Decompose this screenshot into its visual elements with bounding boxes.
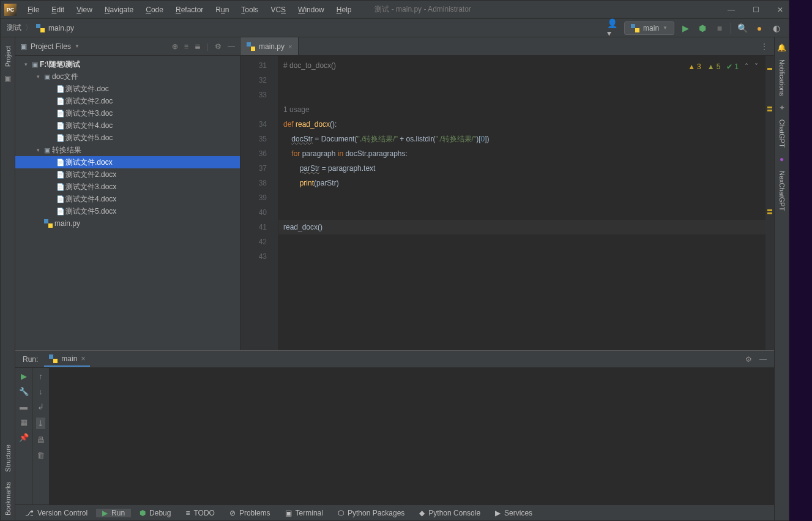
menu-run[interactable]: Run — [210, 3, 234, 17]
settings-icon[interactable]: ⚙ — [215, 42, 222, 51]
editor-options-icon[interactable]: ⋮ — [754, 42, 774, 51]
menu-help[interactable]: Help — [332, 3, 357, 17]
settings-icon[interactable]: ⚙ — [745, 355, 752, 364]
tree-node[interactable]: ▾▣转换结果 — [15, 144, 240, 156]
menu-window[interactable]: Window — [293, 3, 329, 17]
package-icon: ⬡ — [338, 509, 344, 517]
hide-button[interactable]: — — [228, 42, 235, 51]
bookmarks-tool-button[interactable]: Bookmarks — [4, 477, 12, 520]
tree-node[interactable]: 📄测试文件2.doc — [15, 95, 240, 107]
error-stripe[interactable] — [765, 56, 774, 350]
search-button[interactable]: 🔍 — [736, 22, 748, 34]
tree-node[interactable]: 📄测试文件.doc — [15, 83, 240, 95]
gutter[interactable]: 31323334353637383940414243 — [240, 56, 278, 350]
tree-node[interactable]: ▾▣doc文件 — [15, 70, 240, 83]
editor-tab-main[interactable]: main.py × — [240, 37, 299, 55]
menu-navigate[interactable]: Navigate — [100, 3, 138, 17]
maximize-button[interactable]: ☐ — [751, 6, 761, 14]
menu-file[interactable]: File — [23, 3, 44, 17]
menu-refactor[interactable]: Refactor — [171, 3, 208, 17]
menu-vcs[interactable]: VCS — [266, 3, 291, 17]
up-icon[interactable]: ↑ — [39, 372, 43, 381]
wrench-icon[interactable]: 🔧 — [19, 387, 29, 396]
tree-node[interactable]: 📄测试文件3.doc — [15, 107, 240, 119]
structure-tool-button[interactable]: Structure — [4, 440, 12, 477]
notifications-button[interactable]: Notifications — [778, 54, 786, 101]
clear-icon[interactable]: 🗑 — [37, 451, 45, 460]
services-button[interactable]: ▶Services — [489, 509, 538, 517]
project-tool-button[interactable]: Project — [4, 41, 12, 72]
layout-icon[interactable]: ▦ — [20, 418, 28, 427]
python-packages-button[interactable]: ⬡Python Packages — [332, 509, 411, 517]
project-tree[interactable]: ▾▣F:\随笔\测试▾▣doc文件📄测试文件.doc📄测试文件2.doc📄测试文… — [15, 56, 240, 350]
python-icon — [49, 354, 58, 363]
chevron-up-icon[interactable]: ˄ — [745, 59, 748, 74]
svg-rect-8 — [49, 354, 53, 359]
locate-icon[interactable]: ⊕ — [172, 42, 178, 51]
user-icon[interactable]: 👤▾ — [607, 22, 619, 34]
tree-node[interactable]: 📄测试文件2.docx — [15, 168, 240, 181]
run-config-selector[interactable]: main ▼ — [624, 21, 674, 35]
ide-updates-icon[interactable]: ● — [753, 22, 765, 34]
python-console-button[interactable]: ◆Python Console — [413, 509, 486, 517]
hide-button[interactable]: — — [759, 355, 767, 364]
svg-rect-7 — [251, 47, 255, 51]
tree-node[interactable]: 📄测试文件4.docx — [15, 193, 240, 205]
run-tab[interactable]: main × — [44, 352, 90, 367]
problems-button[interactable]: ⊘Problems — [223, 509, 277, 517]
tools-icon[interactable]: ◐ — [770, 22, 783, 34]
menu-edit[interactable]: Edit — [47, 3, 69, 17]
breadcrumb-root[interactable]: 测试 — [7, 23, 21, 33]
close-button[interactable]: ✕ — [775, 6, 785, 14]
project-selector-label: Project Files — [31, 42, 71, 51]
run-toolwindow-button[interactable]: ▶Run — [96, 509, 131, 517]
print-icon[interactable]: 🖶 — [37, 435, 45, 444]
svg-rect-6 — [247, 42, 251, 47]
soft-wrap-icon[interactable]: ↲ — [37, 402, 44, 411]
chatgpt-button[interactable]: ChatGPT — [778, 114, 786, 152]
weak-warning-icon: ▲ — [707, 59, 715, 74]
rerun-button[interactable]: ▶ — [21, 372, 27, 381]
inspection-widget[interactable]: ▲3 ▲5 ✔1 ˄ ˅ — [688, 59, 758, 74]
menu-view[interactable]: View — [72, 3, 97, 17]
project-view-selector[interactable]: ▣ Project Files ▼ — [20, 42, 80, 51]
nexchatgpt-button[interactable]: NexChatGPT — [778, 166, 786, 216]
terminal-button[interactable]: ▣Terminal — [279, 509, 329, 517]
code-area[interactable]: ▲3 ▲5 ✔1 ˄ ˅ # doc_to_docx() 1 usage def… — [278, 56, 765, 350]
stop-button[interactable]: ■ — [713, 22, 726, 34]
run-button[interactable]: ▶ — [679, 22, 691, 34]
minimize-button[interactable]: — — [726, 6, 736, 14]
chatgpt-icon[interactable]: ✦ — [779, 103, 785, 112]
warning-icon: ▲ — [688, 59, 695, 74]
todo-button[interactable]: ≡TODO — [179, 509, 220, 517]
scroll-end-icon[interactable]: ⤓ — [36, 418, 45, 429]
down-icon[interactable]: ↓ — [39, 387, 43, 396]
debug-toolwindow-button[interactable]: ⬢Debug — [133, 509, 177, 517]
tree-node[interactable]: main.py — [15, 217, 240, 230]
tree-node[interactable]: 📄测试文件5.doc — [15, 132, 240, 144]
collapse-all-icon[interactable]: ≣ — [195, 42, 201, 51]
breadcrumb-file[interactable]: main.py — [48, 24, 74, 32]
tree-node[interactable]: 📄测试文件.docx — [15, 156, 240, 168]
problems-icon: ⊘ — [229, 509, 236, 517]
close-tab-icon[interactable]: × — [288, 43, 292, 50]
expand-all-icon[interactable]: ≡ — [184, 42, 188, 51]
chevron-down-icon[interactable]: ˅ — [754, 59, 758, 74]
stop-button[interactable]: ▬ — [20, 402, 28, 411]
version-control-button[interactable]: ⎇Version Control — [19, 509, 94, 517]
bell-icon[interactable]: 🔔 — [777, 43, 786, 52]
close-icon[interactable]: × — [81, 354, 85, 363]
debug-button[interactable]: ⬢ — [696, 22, 709, 34]
svg-rect-4 — [44, 219, 48, 223]
tree-node[interactable]: 📄测试文件4.doc — [15, 119, 240, 132]
tree-node[interactable]: 📄测试文件5.docx — [15, 205, 240, 217]
nexchatgpt-icon[interactable]: ● — [780, 155, 784, 163]
editor-area: main.py × ⋮ 31323334353637383940414243 ▲… — [240, 37, 774, 350]
menu-tools[interactable]: Tools — [236, 3, 263, 17]
tree-node[interactable]: ▾▣F:\随笔\测试 — [15, 58, 240, 70]
tree-node[interactable]: 📄测试文件3.docx — [15, 181, 240, 193]
console-output[interactable] — [50, 368, 774, 504]
pin-icon[interactable]: 📌 — [19, 433, 29, 442]
menu-code[interactable]: Code — [141, 3, 168, 17]
folder-icon[interactable]: ▣ — [4, 74, 11, 83]
